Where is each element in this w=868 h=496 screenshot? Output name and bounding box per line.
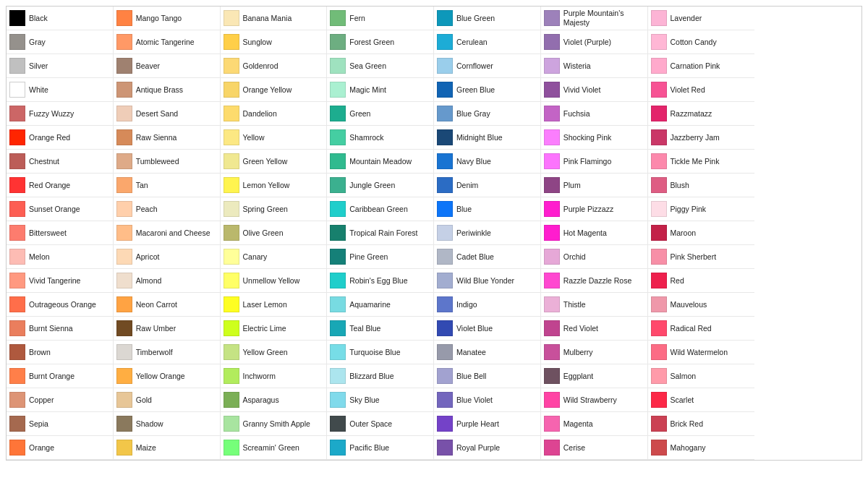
color-name-label: Asparagus <box>243 395 279 405</box>
color-item: Almond <box>114 269 221 293</box>
color-item: Eggplant <box>541 364 648 388</box>
color-item: Mango Tango <box>114 7 221 30</box>
color-name-label: Olive Green <box>243 228 284 238</box>
color-name-label: Cadet Blue <box>456 252 494 262</box>
color-name-label: Indigo <box>456 300 477 309</box>
color-name-label: Orchid <box>563 252 586 262</box>
color-item: Banana Mania <box>221 7 328 30</box>
color-item: Tumbleweed <box>114 150 221 174</box>
color-swatch <box>651 249 667 265</box>
color-item: Gold <box>114 388 221 412</box>
color-name-label: Violet (Purple) <box>563 38 611 47</box>
color-swatch <box>116 177 132 193</box>
color-name-label: Yellow <box>243 133 265 142</box>
color-swatch <box>330 296 346 312</box>
color-name-label: Shadow <box>136 419 163 429</box>
color-swatch <box>437 153 453 169</box>
color-name-label: Cerise <box>563 443 585 453</box>
color-swatch <box>544 320 560 336</box>
color-swatch <box>437 34 453 50</box>
color-swatch <box>651 177 667 193</box>
color-item: Green Blue <box>434 78 541 102</box>
color-item: Olive Green <box>221 221 328 245</box>
color-swatch <box>437 249 453 265</box>
color-swatch <box>9 368 25 384</box>
color-swatch <box>330 440 346 456</box>
color-item: Mulberry <box>541 341 648 364</box>
color-swatch <box>330 82 346 98</box>
color-item: Blue Bell <box>434 364 541 388</box>
color-name-label: Goldenrod <box>243 61 278 71</box>
color-swatch <box>224 177 239 193</box>
color-swatch <box>437 10 453 26</box>
color-name-label: Wild Strawberry <box>563 395 617 405</box>
color-item: Navy Blue <box>434 150 541 174</box>
color-item: Radical Red <box>648 317 755 341</box>
color-swatch <box>224 129 239 145</box>
color-name-label: Mahogany <box>671 443 706 453</box>
color-item: Orange Red <box>7 126 114 150</box>
color-name-label: Radical Red <box>671 324 712 333</box>
color-item: Denim <box>434 174 541 197</box>
color-name-label: Hot Magenta <box>563 228 607 238</box>
color-swatch <box>330 10 346 26</box>
color-swatch <box>330 34 346 50</box>
color-item: Red Violet <box>541 317 648 341</box>
color-swatch <box>224 82 239 98</box>
color-swatch <box>116 416 132 432</box>
color-item: Purple Heart <box>434 412 541 436</box>
color-swatch <box>544 344 560 360</box>
color-item: Sunset Orange <box>7 197 114 221</box>
color-item: Blizzard Blue <box>327 364 434 388</box>
color-swatch <box>116 129 132 145</box>
color-swatch <box>224 249 239 265</box>
color-item: Timberwolf <box>114 341 221 364</box>
color-name-label: Purple Pizzazz <box>563 205 613 214</box>
color-name-label: Bittersweet <box>29 228 67 238</box>
color-item: Brick Red <box>648 412 755 436</box>
color-name-label: Sea Green <box>349 61 386 71</box>
color-item: Pink Sherbert <box>648 245 755 269</box>
color-item: Yellow <box>221 126 328 150</box>
color-name-label: Neon Carrot <box>136 300 177 309</box>
color-item: Turquoise Blue <box>327 341 434 364</box>
color-item: Cerulean <box>434 30 541 54</box>
color-swatch <box>544 416 560 432</box>
color-item: Mountain Meadow <box>327 150 434 174</box>
color-name-label: Maize <box>136 443 156 453</box>
color-item: Blue Gray <box>434 102 541 126</box>
color-swatch <box>116 440 132 456</box>
color-item: Cerise <box>541 436 648 460</box>
color-name-label: Brick Red <box>671 419 704 429</box>
color-swatch <box>116 392 132 408</box>
color-name-label: Violet Blue <box>456 324 493 333</box>
color-name-label: Blue Gray <box>456 109 490 119</box>
color-item: Cotton Candy <box>648 30 755 54</box>
color-item: Wild Watermelon <box>648 341 755 364</box>
color-swatch <box>116 106 132 121</box>
color-name-label: Brown <box>29 348 51 357</box>
color-swatch <box>437 440 453 456</box>
color-swatch <box>544 296 560 312</box>
color-name-label: Electric Lime <box>243 324 286 333</box>
color-name-label: Blue Bell <box>456 372 486 381</box>
color-item: Macaroni and Cheese <box>114 221 221 245</box>
color-swatch <box>116 368 132 384</box>
color-item: Neon Carrot <box>114 293 221 317</box>
color-swatch <box>224 10 239 26</box>
color-swatch <box>544 201 560 217</box>
color-swatch <box>651 153 667 169</box>
color-name-label: Vivid Violet <box>563 85 601 95</box>
color-swatch <box>544 392 560 408</box>
color-swatch <box>224 320 239 336</box>
color-swatch <box>544 82 560 98</box>
color-name-label: Magenta <box>563 419 593 429</box>
color-name-label: Blue <box>456 205 472 214</box>
color-name-label: Fuchsia <box>563 109 590 119</box>
color-item: Indigo <box>434 293 541 317</box>
color-name-label: Yellow Orange <box>136 372 185 381</box>
color-name-label: Tropical Rain Forest <box>349 228 417 238</box>
color-name-label: Teal Blue <box>349 324 380 333</box>
color-name-label: Orange Yellow <box>243 85 292 95</box>
color-item: Gray <box>7 30 114 54</box>
